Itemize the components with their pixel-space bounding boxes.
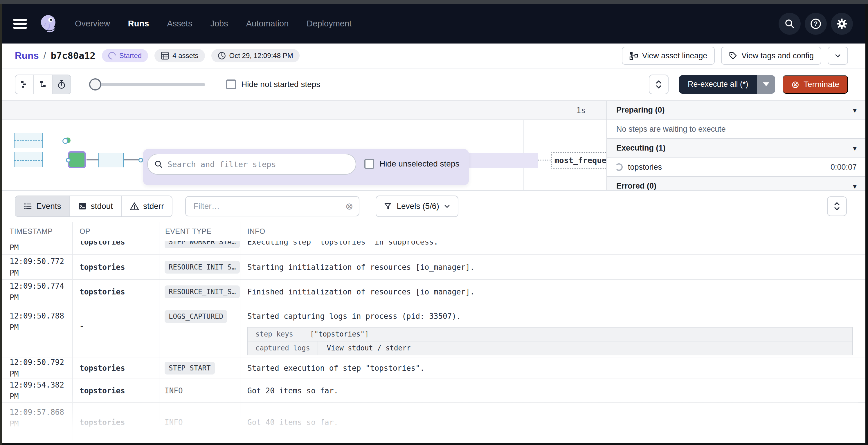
step-search-input[interactable] [167,160,355,169]
caret-down-icon: ▾ [853,182,857,190]
settings-button[interactable] [831,13,853,35]
log-row-clipped[interactable]: 12:09:50.7 PM topstories STEP_WORKER_STA… [2,241,865,255]
log-info-text: Started capturing logs in process (pid: … [247,312,865,320]
caret-down-icon: ▾ [853,106,857,114]
event-log-panel: Events stdout stderr ⊗ [2,190,865,445]
slider-knob[interactable] [89,78,101,91]
up-down-chevrons-icon [833,201,841,211]
nav-item-automation[interactable]: Automation [246,19,289,28]
gantt-waterfall-view-button[interactable] [34,75,53,94]
help-button[interactable]: ? [805,13,827,35]
flat-rows-icon [20,80,29,89]
levels-dropdown[interactable]: Levels (5/6) [376,196,458,217]
log-row[interactable]: 12:09:57.868 PM topstories INFO Got 40 i… [2,403,865,445]
hide-unselected-label[interactable]: Hide unselected steps [379,159,460,169]
log-tabs: Events stdout stderr [15,196,173,217]
clear-filter-icon[interactable]: ⊗ [345,201,353,212]
reexecute-all-button[interactable]: Re-execute all (*) [679,75,757,94]
log-table-header: TIMESTAMP OP EVENT TYPE INFO [2,222,865,241]
terminal-icon [78,202,87,211]
log-filter-box: ⊗ [185,196,360,216]
col-op: OP [80,227,90,236]
view-asset-lineage-button[interactable]: View asset lineage [622,47,715,65]
reexecute-options-button[interactable] [757,75,775,94]
event-type-badge: LOGS_CAPTURED [164,310,227,323]
nav-item-assets[interactable]: Assets [167,19,192,28]
run-id: b7c80a12 [51,50,95,61]
gantt-zoom-slider[interactable] [89,78,205,91]
nav-item-jobs[interactable]: Jobs [210,19,228,28]
log-row[interactable]: 12:09:50.772 PM topstories RESOURCE_INIT… [2,255,865,280]
gantt-io-dot-end [138,158,143,163]
gantt-step-running-selected[interactable] [68,151,86,168]
gantt-step-not-started-2[interactable] [13,152,43,167]
event-type-badge: STEP_START [164,362,215,375]
up-down-chevrons-icon [655,79,662,89]
gear-icon [836,18,848,30]
metadata-key: step_keys [248,328,301,341]
log-row-logs-captured[interactable]: 12:09:50.788 PM - LOGS_CAPTURED Started … [2,304,865,357]
view-tags-config-button[interactable]: View tags and config [721,47,821,65]
errored-section-header[interactable]: Errored (0) ▾ [607,177,865,190]
hide-not-started-checkbox[interactable] [226,79,236,89]
breadcrumb-separator: / [43,50,46,61]
gantt-search-box [147,154,356,175]
gantt-flat-view-button[interactable] [16,75,34,94]
col-info: INFO [247,227,265,236]
steps-status-panel: Preparing (0) ▾ No steps are waiting to … [607,101,865,190]
cancel-circle-icon: ⊗ [792,79,800,89]
warning-triangle-icon [130,202,139,211]
gantt-step-not-started-1[interactable] [13,133,43,148]
gantt-timescale: 1s [2,101,607,120]
spinner-icon [615,163,623,171]
gantt-toolbar: Hide not started steps Re-execute all (*… [2,68,865,101]
gantt-timed-view-button[interactable] [53,75,70,94]
nav-item-overview[interactable]: Overview [75,19,110,28]
hide-unselected-checkbox[interactable] [364,159,374,169]
lineage-icon [629,52,638,60]
executing-section-header[interactable]: Executing (1) ▾ [607,139,865,158]
more-run-actions-button[interactable] [828,47,848,65]
view-stdout-stderr-link[interactable]: View stdout / stderr [318,341,420,355]
preparing-section-header[interactable]: Preparing (0) ▾ [607,101,865,120]
asset-count-badge[interactable]: 4 assets [154,49,205,62]
run-status-badge: Started [102,49,148,62]
gantt-step-queued[interactable] [98,153,124,167]
metadata-row: step_keys ["topstories"] [247,327,853,341]
log-row[interactable]: 12:09:50.774 PM topstories RESOURCE_INIT… [2,280,865,304]
panel-resize-button[interactable] [649,74,669,94]
reexecute-split-button: Re-execute all (*) [679,75,775,94]
nav-item-deployment[interactable]: Deployment [307,19,351,28]
chevron-down-icon [444,203,450,209]
window-right-edge [865,4,868,445]
nav-item-runs[interactable]: Runs [128,19,149,28]
gantt-dotted-connector [538,160,551,161]
log-row[interactable]: 12:09:54.382 PM topstories INFO Got 20 i… [2,379,865,403]
terminate-button[interactable]: ⊗ Terminate [783,75,848,94]
log-resize-button[interactable] [827,196,847,216]
hide-not-started-label[interactable]: Hide not started steps [241,80,320,89]
log-controls: Events stdout stderr ⊗ [2,191,865,222]
gantt-step-marker-dot[interactable] [65,137,70,143]
filter-funnel-icon [384,202,392,210]
metadata-value: ["topstories"] [301,328,377,341]
breadcrumb-runs-link[interactable]: Runs [15,50,39,61]
clock-icon [218,52,229,60]
search-button[interactable] [779,13,801,35]
log-filter-input[interactable] [193,201,345,211]
chevron-down-icon [834,52,842,60]
slider-track[interactable] [89,83,205,86]
tab-stdout[interactable]: stdout [70,196,122,216]
dagster-logo-icon[interactable] [38,13,59,34]
executing-step-row[interactable]: topstories 0:00:07 [607,158,865,177]
run-start-time-badge: Oct 29, 12:09:48 PM [211,49,300,62]
gantt-step-most-frequent[interactable]: most_frequent_ [551,152,607,169]
tab-events[interactable]: Events [16,196,70,216]
log-row[interactable]: 12:09:50.792 PM topstories STEP_START St… [2,357,865,379]
hamburger-menu-icon[interactable] [13,19,27,29]
event-type-badge: RESOURCE_INIT_S… [164,285,240,298]
tab-stderr[interactable]: stderr [122,196,172,216]
metadata-key: captured_logs [248,341,318,355]
caret-down-icon: ▾ [853,144,857,152]
col-event-type: EVENT TYPE [165,227,212,236]
